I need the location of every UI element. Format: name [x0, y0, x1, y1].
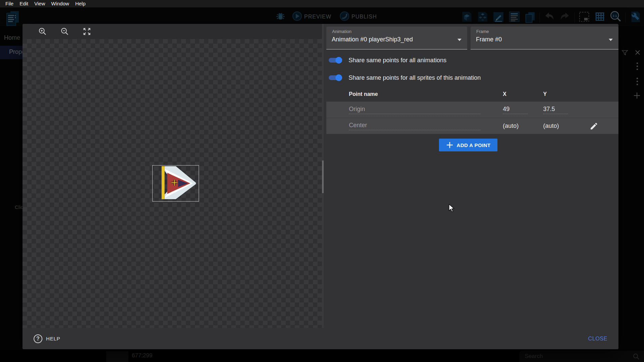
- origin-x-field[interactable]: 49: [503, 106, 528, 114]
- mouse-cursor: [448, 204, 456, 214]
- menu-window[interactable]: Window: [48, 0, 72, 7]
- share-points-all-sprites-toggle[interactable]: [329, 74, 343, 81]
- canvas-scrollbar: [322, 24, 324, 328]
- origin-name-field[interactable]: Origin: [349, 106, 481, 114]
- menu-help[interactable]: Help: [72, 0, 89, 7]
- animation-select-label: Animation: [332, 29, 352, 34]
- center-x-value: (auto): [503, 122, 528, 130]
- column-header-y: Y: [543, 91, 547, 97]
- share-points-all-animations-toggle[interactable]: [329, 57, 343, 64]
- frame-select[interactable]: Frame Frame #0: [471, 27, 618, 49]
- center-y-value: (auto): [543, 122, 568, 130]
- sprite-frame-image: [152, 165, 199, 202]
- help-label: HELP: [46, 336, 60, 341]
- canvas-toolbar: [23, 24, 323, 39]
- point-row-origin: Origin 49 37.5: [326, 102, 618, 118]
- toggle-label: Share same points for all animations: [349, 57, 446, 64]
- zoom-out-button[interactable]: [60, 27, 69, 36]
- dialog-footer: ? HELP CLOSE: [23, 328, 618, 349]
- column-header-x: X: [503, 91, 507, 97]
- menu-edit[interactable]: Edit: [16, 0, 31, 7]
- menu-bar: File Edit View Window Help: [0, 0, 644, 7]
- column-header-point-name: Point name: [349, 91, 378, 97]
- fit-to-screen-button[interactable]: [82, 27, 91, 36]
- frame-select-value: Frame #0: [476, 36, 502, 43]
- toggle-label: Share same points for all sprites of thi…: [349, 74, 481, 81]
- origin-y-field[interactable]: 37.5: [543, 106, 568, 114]
- share-points-animations-row: Share same points for all animations: [326, 55, 446, 66]
- animation-select[interactable]: Animation Animation #0 playerShip3_red: [326, 27, 467, 49]
- screen: File Edit View Window Help: [0, 0, 644, 362]
- pencil-icon: [590, 122, 598, 131]
- center-name-field[interactable]: Center: [349, 122, 481, 130]
- edit-center-point-button[interactable]: [588, 120, 600, 132]
- help-button[interactable]: ? HELP: [34, 334, 60, 343]
- plus-icon: [446, 141, 453, 149]
- share-points-sprites-row: Share same points for all sprites of thi…: [326, 72, 481, 83]
- player-ship-sprite: [153, 166, 199, 201]
- canvas-scrollbar-thumb[interactable]: [322, 160, 324, 193]
- menu-file[interactable]: File: [2, 0, 16, 7]
- point-row-center: Center (auto) (auto): [326, 118, 618, 134]
- edit-points-dialog: Animation Animation #0 playerShip3_red F…: [23, 24, 618, 349]
- zoom-in-button[interactable]: [38, 27, 47, 36]
- chevron-down-icon: [608, 37, 613, 43]
- frame-select-label: Frame: [476, 29, 489, 34]
- add-a-point-button[interactable]: ADD A POINT: [439, 139, 497, 151]
- sprite-preview-canvas[interactable]: [23, 39, 322, 328]
- close-button[interactable]: CLOSE: [588, 336, 607, 342]
- add-a-point-label: ADD A POINT: [457, 142, 491, 148]
- help-icon: ?: [34, 334, 42, 343]
- menu-view[interactable]: View: [31, 0, 48, 7]
- chevron-down-icon: [457, 37, 462, 43]
- animation-select-value: Animation #0 playerShip3_red: [332, 36, 413, 43]
